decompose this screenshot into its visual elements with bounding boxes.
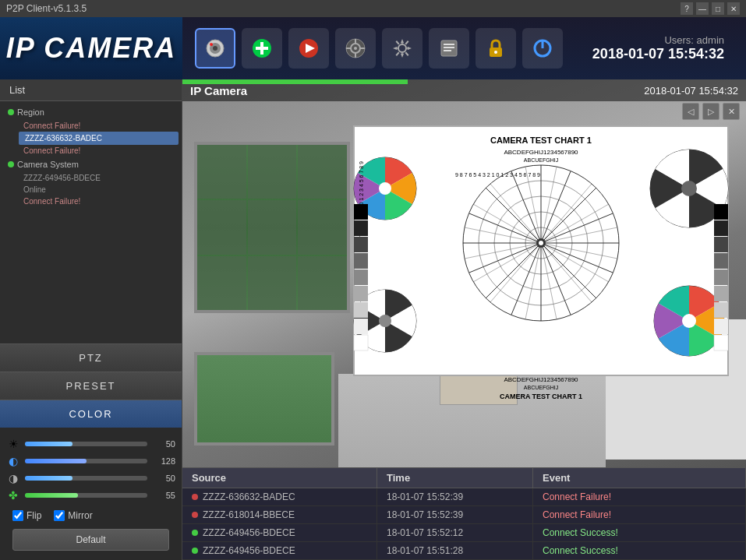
brightness-slider[interactable]	[25, 442, 147, 446]
log-row[interactable]: ZZZZ-649456-BDECE 18-01-07 15:52:12 Conn…	[182, 524, 746, 542]
svg-rect-80	[714, 237, 728, 252]
cam-ctrl-1[interactable]: ◁	[682, 103, 699, 120]
svg-rect-86	[714, 335, 728, 350]
log-event-2: Connect Failure!	[533, 506, 746, 523]
header: IP CAMERA	[0, 17, 746, 79]
tree-child-4[interactable]: ZZZZ-649456-BDECE	[19, 172, 179, 184]
list-tab[interactable]: List	[0, 79, 182, 101]
svg-point-15	[354, 47, 357, 50]
log-source-4: ZZZZ-649456-BDECE	[182, 542, 377, 559]
device-tree: Region Connect Failure! ZZZZ-636632-BADE…	[0, 101, 182, 343]
tree-children-1: Connect Failure! ZZZZ-636632-BADEC Conne…	[3, 120, 179, 157]
svg-point-16	[398, 44, 406, 52]
window-controls[interactable]: ? — □ ✕	[681, 2, 740, 15]
tree-child-5[interactable]: Online	[19, 184, 179, 195]
contrast-slider[interactable]	[25, 459, 147, 463]
svg-text:CAMERA TEST CHART 1: CAMERA TEST CHART 1	[490, 136, 592, 145]
time-header: Time	[377, 468, 533, 488]
svg-point-69	[539, 241, 543, 245]
settings-tool-button[interactable]	[382, 28, 422, 69]
flip-label[interactable]: Flip	[12, 510, 41, 521]
contrast-icon: ◐	[6, 454, 20, 468]
sidebar: List Region Connect Failure! ZZZZ-636632…	[0, 79, 182, 560]
svg-text:ABCDEFGHIJ1234567890: ABCDEFGHIJ1234567890	[504, 149, 578, 156]
svg-rect-90	[354, 253, 368, 269]
help-button[interactable]: ?	[681, 2, 693, 15]
mirror-checkbox[interactable]	[54, 510, 65, 521]
svg-rect-20	[444, 50, 451, 51]
ptz-button[interactable]: PTZ	[0, 343, 182, 372]
app-logo: IP CAMERA	[6, 32, 177, 65]
svg-text:9 8 7 6 5 4 3 2 1 0 1 2 3 4 5 : 9 8 7 6 5 4 3 2 1 0 1 2 3 4 5 6 7 8 9	[455, 172, 540, 178]
log-event-4: Connect Success!	[533, 542, 746, 559]
status-dot-green-2	[8, 161, 14, 167]
tree-child-1[interactable]: Connect Failure!	[19, 120, 179, 132]
camera-datetime-display: 2018-01-07 15:54:32	[644, 85, 738, 97]
svg-rect-83	[714, 286, 728, 301]
default-button[interactable]: Default	[12, 529, 169, 551]
svg-point-30	[379, 182, 391, 195]
hue-icon: ✤	[6, 488, 20, 502]
svg-rect-6	[256, 47, 268, 50]
svg-rect-84	[714, 302, 728, 318]
log-dot-4	[192, 548, 198, 554]
svg-rect-79	[714, 220, 728, 236]
lock-tool-button[interactable]	[476, 28, 516, 69]
tree-region-label: Region	[17, 107, 44, 117]
color-button[interactable]: COLOR	[0, 400, 182, 428]
svg-point-3	[210, 43, 213, 46]
hue-slider[interactable]	[25, 493, 147, 498]
svg-rect-89	[354, 237, 368, 252]
preset-button[interactable]: PRESET	[0, 372, 182, 400]
svg-rect-92	[354, 286, 368, 301]
svg-text:ABCDEFGHIJ1234567890: ABCDEFGHIJ1234567890	[504, 376, 578, 383]
add-icon	[251, 37, 273, 59]
log-source-2: ZZZZ-618014-BBECE	[182, 506, 377, 523]
log-row[interactable]: ZZZZ-649456-BDECE 18-01-07 15:51:28 Conn…	[182, 542, 746, 560]
add-tool-button[interactable]	[242, 28, 282, 69]
svg-text:ABCUEFGHIJ: ABCUEFGHIJ	[524, 157, 558, 163]
svg-text:ABCUEFGHIJ: ABCUEFGHIJ	[524, 385, 558, 390]
svg-point-77	[682, 314, 696, 328]
maximize-button[interactable]: □	[712, 2, 724, 15]
camera-icon	[204, 37, 226, 59]
tree-child-6[interactable]: Connect Failure!	[19, 195, 179, 207]
play-tool-button[interactable]	[288, 28, 329, 69]
lock-icon	[485, 37, 507, 59]
log-dot-3	[192, 530, 198, 536]
ptz-tool-button[interactable]	[335, 28, 376, 69]
saturation-slider[interactable]	[25, 476, 147, 481]
ptz-icon	[345, 37, 366, 59]
svg-rect-88	[354, 220, 368, 236]
log-time-3: 18-01-07 15:52:12	[377, 524, 533, 541]
tree-child-2[interactable]: ZZZZ-636632-BADEC	[19, 132, 179, 145]
video-area: CAMERA TEST CHART 1 ABCDEFGHIJ1234567890…	[182, 79, 746, 560]
power-tool-button[interactable]	[522, 28, 563, 69]
camera-label: IP Camera	[190, 84, 247, 97]
close-button[interactable]: ✕	[727, 2, 740, 15]
hue-row: ✤ 55	[6, 488, 175, 502]
camera-test-chart: CAMERA TEST CHART 1 ABCDEFGHIJ1234567890…	[323, 111, 746, 438]
log-dot-2	[192, 512, 198, 518]
main-toolbar: Users: admin 2018-01-07 15:54:32	[182, 28, 746, 69]
svg-rect-78	[714, 204, 728, 220]
log-row[interactable]: ZZZZ-618014-BBECE 18-01-07 15:52:39 Conn…	[182, 506, 746, 524]
camera-tool-button[interactable]	[195, 28, 235, 69]
tree-child-3[interactable]: Connect Failure!	[19, 145, 179, 157]
minimize-button[interactable]: —	[696, 2, 709, 15]
flip-mirror-area: Flip Mirror	[6, 505, 175, 526]
cam-ctrl-2[interactable]: ▷	[702, 103, 719, 120]
flip-checkbox[interactable]	[12, 510, 23, 521]
svg-point-73	[681, 181, 697, 196]
mirror-label[interactable]: Mirror	[54, 510, 92, 521]
hue-value: 55	[152, 491, 175, 500]
log-dot-1	[192, 494, 198, 500]
tree-children-2: ZZZZ-649456-BDECE Online Connect Failure…	[3, 172, 179, 207]
log-row[interactable]: ZZZZ-636632-BADEC 18-01-07 15:52:39 Conn…	[182, 488, 746, 506]
cam-ctrl-3[interactable]: ✕	[723, 103, 740, 120]
files-tool-button[interactable]	[429, 28, 469, 69]
camera-controls-right: ◁ ▷ ✕	[682, 103, 740, 120]
log-rows: ZZZZ-636632-BADEC 18-01-07 15:52:39 Conn…	[182, 488, 746, 560]
log-time-1: 18-01-07 15:52:39	[377, 488, 533, 505]
log-event-1: Connect Failure!	[533, 488, 746, 505]
